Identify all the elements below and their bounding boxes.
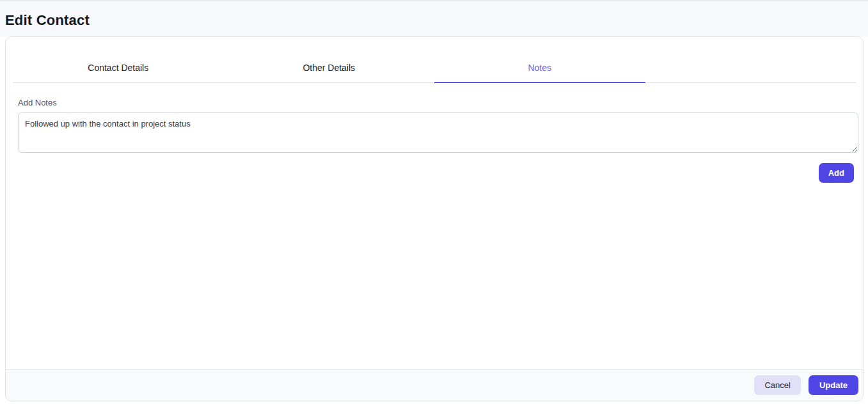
tab-other-details[interactable]: Other Details (224, 37, 435, 82)
cancel-button[interactable]: Cancel (754, 375, 800, 395)
card-footer: Cancel Update (6, 369, 863, 401)
add-note-button[interactable]: Add (819, 163, 854, 183)
tab-contact-details[interactable]: Contact Details (13, 37, 224, 82)
page-header: Edit Contact (0, 1, 868, 36)
update-button[interactable]: Update (809, 375, 858, 395)
add-notes-label: Add Notes (18, 98, 858, 107)
tab-bar: Contact Details Other Details Notes (13, 37, 856, 83)
page-title: Edit Contact (5, 12, 868, 29)
notes-textarea[interactable]: Followed up with the contact in project … (18, 113, 858, 153)
tab-notes[interactable]: Notes (434, 37, 645, 82)
notes-form: Add Notes Followed up with the contact i… (6, 83, 863, 183)
tab-spacer (645, 37, 856, 82)
add-button-row: Add (18, 155, 858, 183)
edit-contact-card: Contact Details Other Details Notes Add … (5, 36, 864, 401)
